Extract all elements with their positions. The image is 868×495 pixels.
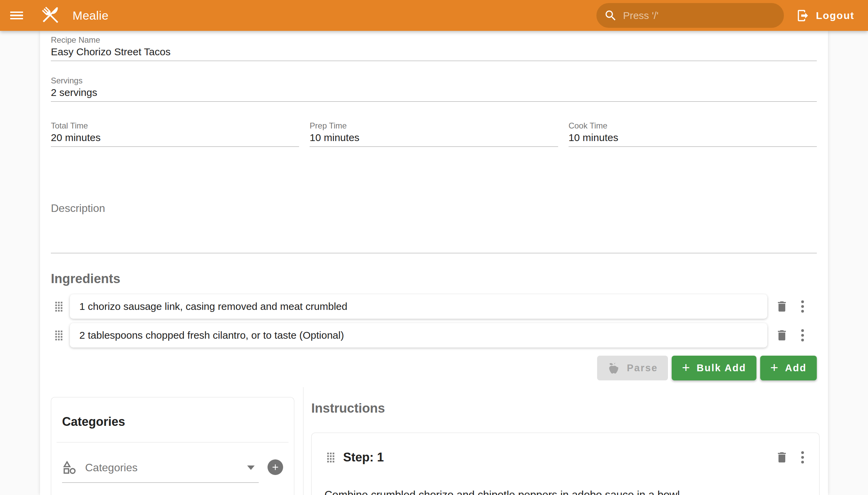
prep-time-label: Prep Time [310, 121, 558, 131]
plus-icon: + [770, 361, 778, 374]
delete-ingredient-button[interactable] [775, 299, 789, 314]
logout-label: Logout [816, 10, 854, 21]
prep-time-field: Prep Time 10 minutes [310, 121, 558, 147]
caret-down-icon [247, 465, 255, 470]
description-input[interactable] [51, 215, 817, 253]
apple-icon [607, 362, 620, 375]
ingredient-input[interactable]: 2 tablespoons chopped fresh cilantro, or… [70, 323, 767, 347]
step-title: Step: 1 [343, 450, 384, 464]
plus-circle-icon [271, 462, 280, 472]
recipe-name-field: Recipe Name Easy Chorizo Street Tacos [51, 35, 817, 61]
drag-handle-icon[interactable] [55, 302, 62, 311]
search-icon [604, 9, 617, 22]
add-button[interactable]: + Add [760, 356, 817, 380]
trash-icon [775, 300, 789, 313]
bulk-add-button-label: Bulk Add [697, 362, 746, 374]
app-bar: Mealie Logout [0, 0, 868, 31]
ingredient-menu-button[interactable] [798, 299, 807, 314]
app-title: Mealie [72, 9, 108, 22]
kebab-menu-icon [801, 451, 804, 463]
instructions-column: Instructions Step: 1 Combine crumble [311, 387, 819, 495]
instruction-step-card: Step: 1 Combine crumbled chorizo and chi… [311, 433, 819, 495]
add-category-button[interactable] [268, 459, 283, 475]
logout-icon [796, 9, 810, 22]
recipe-name-input[interactable]: Easy Chorizo Street Tacos [51, 45, 817, 61]
ingredient-buttons-row: Parse + Bulk Add + Add [51, 356, 817, 380]
step-menu-button[interactable] [798, 450, 807, 465]
delete-ingredient-button[interactable] [775, 328, 789, 343]
categories-select-label: Categories [85, 461, 138, 474]
total-time-field: Total Time 20 minutes [51, 121, 299, 147]
ingredient-row: 2 tablespoons chopped fresh cilantro, or… [51, 323, 817, 347]
drag-handle-icon[interactable] [327, 453, 334, 462]
parse-button[interactable]: Parse [597, 356, 668, 380]
trash-icon [775, 328, 789, 342]
plus-icon: + [682, 361, 690, 374]
cook-time-field: Cook Time 10 minutes [568, 121, 817, 147]
categories-select[interactable]: Categories [62, 460, 259, 483]
kebab-menu-icon [801, 301, 804, 312]
delete-step-button[interactable] [775, 450, 789, 465]
recipe-editor-card: Recipe Name Easy Chorizo Street Tacos Se… [40, 31, 828, 495]
prep-time-input[interactable]: 10 minutes [310, 131, 558, 147]
parse-button-label: Parse [627, 362, 658, 374]
step-header: Step: 1 [323, 433, 807, 465]
drag-handle-icon[interactable] [55, 330, 62, 340]
kebab-menu-icon [801, 329, 804, 341]
search-input[interactable] [623, 10, 777, 21]
shapes-icon [62, 460, 77, 475]
categories-column: Categories Categories [51, 387, 304, 495]
mealie-logo-crossed-utensils-icon [39, 4, 62, 27]
total-time-label: Total Time [51, 121, 299, 131]
categories-divider [57, 442, 289, 442]
description-label: Description [51, 201, 817, 215]
bottom-section: Categories Categories [51, 387, 817, 495]
cook-time-input[interactable]: 10 minutes [568, 131, 817, 147]
cook-time-label: Cook Time [568, 121, 817, 131]
total-time-input[interactable]: 20 minutes [51, 131, 299, 147]
ingredient-input[interactable]: 1 chorizo sausage link, casing removed a… [70, 294, 767, 319]
trash-icon [775, 450, 789, 464]
ingredients-list: 1 chorizo sausage link, casing removed a… [51, 294, 817, 347]
bulk-add-button[interactable]: + Bulk Add [672, 356, 756, 380]
categories-card-title: Categories [51, 397, 294, 430]
menu-icon[interactable] [10, 8, 25, 23]
step-text-input[interactable]: Combine crumbled chorizo and chipotle pe… [324, 487, 807, 495]
categories-card: Categories Categories [51, 397, 294, 495]
add-button-label: Add [785, 362, 806, 374]
logout-button[interactable]: Logout [793, 4, 858, 27]
ingredient-menu-button[interactable] [798, 328, 807, 343]
servings-field: Servings 2 servings [51, 75, 817, 102]
categories-select-row: Categories [62, 460, 283, 483]
instructions-heading: Instructions [311, 400, 819, 416]
servings-label: Servings [51, 75, 817, 86]
search-bar[interactable] [596, 3, 784, 28]
servings-input[interactable]: 2 servings [51, 86, 817, 102]
times-row: Total Time 20 minutes Prep Time 10 minut… [51, 121, 817, 147]
ingredients-heading: Ingredients [51, 271, 817, 287]
recipe-name-label: Recipe Name [51, 35, 817, 45]
ingredient-row: 1 chorizo sausage link, casing removed a… [51, 294, 817, 319]
